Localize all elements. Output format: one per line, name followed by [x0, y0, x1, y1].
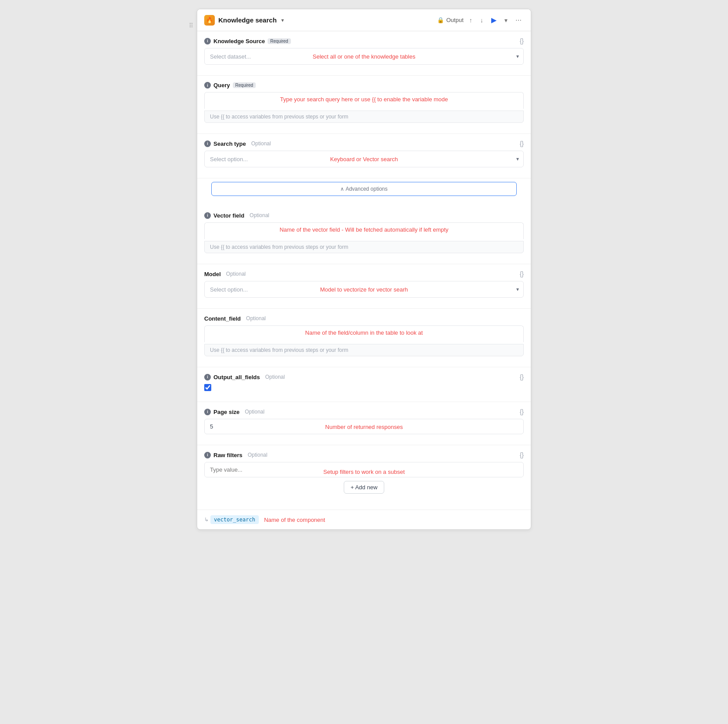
- page-size-info-icon[interactable]: i: [204, 409, 211, 415]
- model-code-btn[interactable]: {}: [520, 270, 524, 277]
- output-all-fields-info-icon[interactable]: i: [204, 374, 211, 380]
- query-title: Query: [213, 82, 230, 89]
- card-title: Knowledge search: [218, 16, 277, 24]
- output-all-fields-code-btn[interactable]: {}: [520, 373, 524, 380]
- raw-filters-input[interactable]: [204, 462, 524, 477]
- page-size-input-wrapper: Number of returned responses: [204, 419, 524, 434]
- down-arrow-button[interactable]: ↓: [478, 15, 485, 25]
- raw-filters-badge: Optional: [245, 451, 270, 458]
- vector-field-badge: Optional: [247, 212, 272, 219]
- search-type-code-btn[interactable]: {}: [520, 140, 524, 147]
- search-type-badge: Optional: [249, 140, 274, 147]
- search-type-chevron-icon: ▾: [516, 156, 519, 162]
- content-field-header: Content_field Optional: [204, 315, 524, 322]
- add-new-button[interactable]: + Add new: [344, 481, 384, 494]
- knowledge-source-placeholder: Select dataset...: [210, 53, 251, 60]
- output-all-fields-label-row: i Output_all_fields Optional: [204, 373, 287, 380]
- search-type-info-icon[interactable]: i: [204, 140, 211, 147]
- content-field-input-container: Name of the field/column in the table to…: [204, 325, 524, 356]
- query-badge: Required: [233, 82, 256, 88]
- knowledge-source-info-icon[interactable]: i: [204, 38, 211, 44]
- page-size-title: Page size: [213, 409, 239, 415]
- content-field-badge: Optional: [243, 315, 268, 322]
- model-hint: Model to vectorize for vector searh: [320, 286, 408, 293]
- more-menu-button[interactable]: ⋯: [513, 15, 524, 25]
- play-button[interactable]: ▶: [489, 15, 499, 26]
- expand-button[interactable]: ▾: [502, 15, 510, 25]
- app-icon: 🔥: [204, 15, 215, 26]
- output-all-fields-checkbox[interactable]: [204, 384, 211, 391]
- raw-filters-code-btn[interactable]: {}: [520, 451, 524, 458]
- vector-field-title: Vector field: [213, 212, 244, 219]
- vector-field-section: i Vector field Optional Name of the vect…: [197, 206, 531, 264]
- card-footer: ↳ vector_search Name of the component: [197, 510, 531, 529]
- vector-field-info-icon[interactable]: i: [204, 212, 211, 219]
- add-new-container: + Add new: [204, 481, 524, 499]
- query-input-container: Type your search query here or use {{ to…: [204, 92, 524, 123]
- output-all-fields-header: i Output_all_fields Optional {}: [204, 373, 524, 380]
- card-header: 🔥 Knowledge search ▾ 🔒 Output ↑ ↓ ▶ ▾ ⋯: [197, 9, 531, 31]
- footer-name-hint: Name of the component: [264, 517, 325, 523]
- vector-field-label-row: i Vector field Optional: [204, 212, 272, 219]
- query-info-icon[interactable]: i: [204, 82, 211, 89]
- knowledge-source-label-row: i Knowledge Source Required: [204, 38, 291, 44]
- drag-handle[interactable]: ⠿: [189, 22, 193, 29]
- page-size-input[interactable]: [204, 419, 524, 434]
- search-type-select[interactable]: Select option... Keyboard or Vector sear…: [204, 151, 524, 167]
- raw-filters-title: Raw filters: [213, 452, 243, 458]
- knowledge-source-select-wrapper: Select dataset... Select all or one of t…: [204, 48, 524, 65]
- advanced-options-toggle[interactable]: ∧ Advanced options: [211, 182, 517, 196]
- output-button[interactable]: 🔒 Output: [437, 17, 463, 23]
- model-placeholder: Select option...: [210, 286, 248, 293]
- output-all-fields-section: i Output_all_fields Optional {}: [197, 367, 531, 402]
- knowledge-source-badge: Required: [268, 38, 291, 44]
- page-size-section: i Page size Optional {} Number of return…: [197, 402, 531, 445]
- card-body: i Knowledge Source Required {} Select da…: [197, 31, 531, 510]
- search-type-section: i Search type Optional {} Select option.…: [197, 134, 531, 178]
- search-type-label-row: i Search type Optional: [204, 140, 273, 147]
- model-title: Model: [204, 271, 221, 277]
- advanced-options-container: ∧ Advanced options: [197, 178, 531, 206]
- lock-icon: 🔒: [437, 17, 444, 23]
- vector-field-textarea[interactable]: [204, 222, 524, 239]
- raw-filters-section: i Raw filters Optional {} Setup filters …: [197, 445, 531, 510]
- search-type-placeholder: Select option...: [210, 156, 248, 163]
- footer-arrow-icon: ↳: [204, 517, 209, 523]
- raw-filters-label-row: i Raw filters Optional: [204, 451, 270, 458]
- content-field-title: Content_field: [204, 315, 241, 322]
- component-name-tag[interactable]: vector_search: [210, 515, 259, 524]
- vector-field-input-container: Name of the vector field - Will be fetch…: [204, 222, 524, 253]
- page-size-code-btn[interactable]: {}: [520, 408, 524, 415]
- raw-filters-info-icon[interactable]: i: [204, 452, 211, 458]
- title-chevron-icon[interactable]: ▾: [281, 17, 284, 23]
- up-arrow-button[interactable]: ↑: [467, 15, 474, 25]
- page-size-badge: Optional: [242, 408, 267, 415]
- model-select-wrapper: Select option... Model to vectorize for …: [204, 281, 524, 298]
- model-label-row: Model Optional: [204, 270, 248, 277]
- output-all-fields-badge: Optional: [262, 373, 287, 380]
- content-field-textarea[interactable]: [204, 325, 524, 342]
- query-hint-bottom: Use {{ to access variables from previous…: [204, 111, 524, 123]
- query-label-row: i Query Required: [204, 82, 256, 89]
- knowledge-source-hint: Select all or one of the knowledge table…: [313, 53, 415, 60]
- knowledge-source-code-btn[interactable]: {}: [520, 37, 524, 44]
- model-header: Model Optional {}: [204, 270, 524, 277]
- knowledge-source-select[interactable]: Select dataset... Select all or one of t…: [204, 48, 524, 65]
- model-section: Model Optional {} Select option... Model…: [197, 264, 531, 309]
- content-field-label-row: Content_field Optional: [204, 315, 268, 322]
- search-type-title: Search type: [213, 140, 246, 147]
- search-type-hint: Keyboard or Vector search: [330, 156, 398, 163]
- model-select[interactable]: Select option... Model to vectorize for …: [204, 281, 524, 298]
- header-right: 🔒 Output ↑ ↓ ▶ ▾ ⋯: [437, 15, 524, 26]
- knowledge-source-section: i Knowledge Source Required {} Select da…: [197, 31, 531, 76]
- vector-field-hint-bottom: Use {{ to access variables from previous…: [204, 241, 524, 253]
- page-size-label-row: i Page size Optional: [204, 408, 267, 415]
- search-type-header: i Search type Optional {}: [204, 140, 524, 147]
- page-size-header: i Page size Optional {}: [204, 408, 524, 415]
- query-textarea[interactable]: [204, 92, 524, 109]
- footer-tag: ↳ vector_search: [204, 515, 259, 524]
- knowledge-source-title: Knowledge Source: [213, 38, 265, 44]
- content-field-hint-bottom: Use {{ to access variables from previous…: [204, 344, 524, 356]
- search-type-select-wrapper: Select option... Keyboard or Vector sear…: [204, 151, 524, 167]
- knowledge-source-header: i Knowledge Source Required {}: [204, 37, 524, 44]
